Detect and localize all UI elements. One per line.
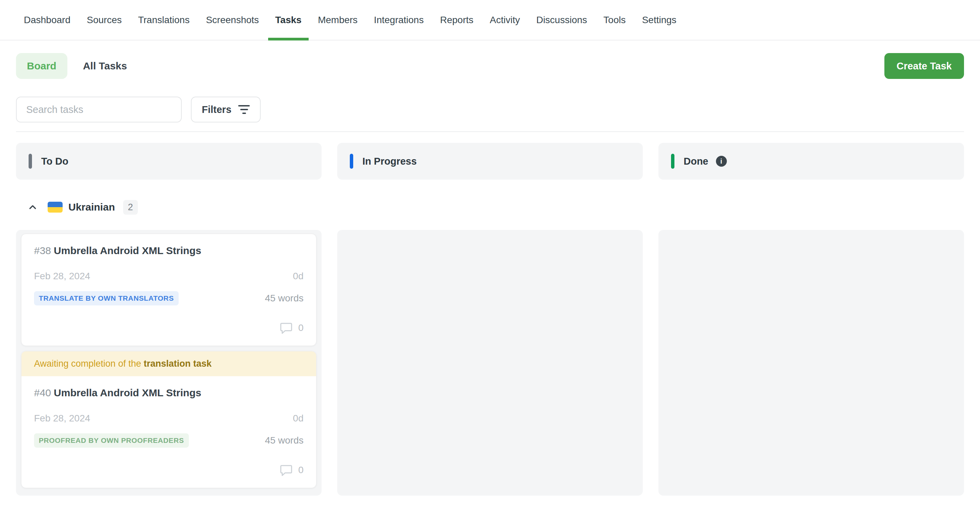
board-lanes: #38Umbrella Android XML Strings Feb 28, … (16, 230, 964, 495)
column-header-in-progress: In Progress (337, 143, 643, 179)
nav-tab-tools[interactable]: Tools (603, 0, 625, 40)
task-date: Feb 28, 2024 (34, 413, 90, 424)
comments-icon (279, 321, 293, 335)
task-title: Umbrella Android XML Strings (54, 387, 201, 398)
task-number: #40 (34, 387, 51, 398)
nav-tab-screenshots[interactable]: Screenshots (206, 0, 259, 40)
toolbar-divider (16, 131, 964, 132)
nav-tab-activity[interactable]: Activity (490, 0, 520, 40)
column-header-todo: To Do (16, 143, 321, 179)
comments-icon (279, 463, 293, 477)
nav-tab-settings[interactable]: Settings (642, 0, 676, 40)
done-status-pill (671, 154, 675, 169)
task-card-40[interactable]: Awaiting completion of the translation t… (21, 351, 317, 488)
comments-count: 0 (298, 322, 304, 333)
board-view-toggle[interactable]: Board (16, 53, 67, 79)
task-due: 0d (293, 271, 304, 282)
task-number: #38 (34, 245, 51, 256)
search-filter-bar: Filters (16, 97, 964, 122)
column-header-done: Done i (659, 143, 964, 179)
lane-in-progress (337, 230, 643, 495)
ukraine-flag-icon (48, 202, 63, 213)
filters-button-label: Filters (202, 104, 231, 115)
task-card-38[interactable]: #38Umbrella Android XML Strings Feb 28, … (21, 234, 317, 346)
language-group-count-badge: 2 (123, 200, 138, 214)
nav-tab-discussions[interactable]: Discussions (536, 0, 587, 40)
task-title: Umbrella Android XML Strings (54, 245, 201, 256)
nav-tab-reports[interactable]: Reports (440, 0, 473, 40)
task-word-count: 45 words (265, 293, 304, 304)
board-column-headers: To Do In Progress Done i (16, 143, 964, 179)
task-word-count: 45 words (265, 435, 304, 446)
column-title-done: Done (684, 156, 708, 167)
create-task-button[interactable]: Create Task (885, 53, 964, 79)
top-navigation: Dashboard Sources Translations Screensho… (0, 0, 980, 40)
language-group-name: Ukrainian (68, 202, 115, 213)
in-progress-status-pill (350, 154, 353, 169)
awaiting-banner: Awaiting completion of the translation t… (21, 351, 316, 376)
language-group-header: Ukrainian 2 (27, 198, 964, 216)
task-type-badge: Proofread by own proofreaders (34, 433, 189, 448)
lane-done (659, 230, 964, 495)
collapse-chevron-icon[interactable] (27, 202, 38, 213)
nav-tab-sources[interactable]: Sources (87, 0, 122, 40)
lane-todo: #38Umbrella Android XML Strings Feb 28, … (16, 230, 321, 495)
comments-count: 0 (298, 465, 304, 476)
task-due: 0d (293, 413, 304, 424)
filter-icon (238, 105, 250, 114)
nav-tab-integrations[interactable]: Integrations (374, 0, 424, 40)
awaiting-banner-text: Awaiting completion of the (34, 359, 143, 369)
column-title-in-progress: In Progress (363, 156, 417, 167)
filters-button[interactable]: Filters (191, 97, 261, 122)
nav-tab-translations[interactable]: Translations (138, 0, 189, 40)
awaiting-banner-bold: translation task (143, 359, 212, 369)
nav-tab-dashboard[interactable]: Dashboard (24, 0, 70, 40)
column-title-todo: To Do (41, 156, 68, 167)
nav-tab-members[interactable]: Members (318, 0, 358, 40)
task-date: Feb 28, 2024 (34, 271, 90, 282)
nav-tab-tasks[interactable]: Tasks (275, 0, 301, 40)
all-tasks-view-toggle[interactable]: All Tasks (83, 60, 127, 72)
view-switch-bar: Board All Tasks Create Task (16, 53, 964, 79)
todo-status-pill (29, 154, 32, 169)
info-icon[interactable]: i (716, 156, 727, 167)
search-input[interactable] (16, 97, 182, 122)
task-type-badge: Translate by own translators (34, 291, 179, 305)
